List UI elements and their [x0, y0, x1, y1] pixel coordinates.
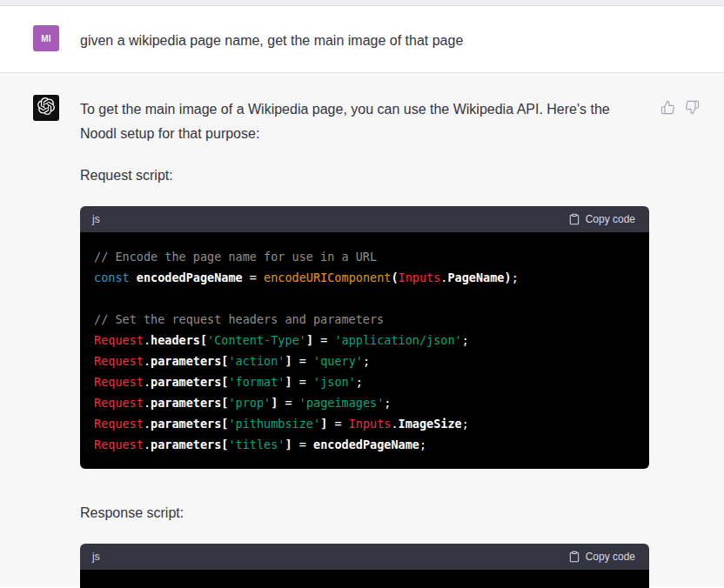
assistant-paragraph-line1: To get the main image of a Wikipedia pag…: [80, 97, 649, 122]
copy-code-label: Copy code: [586, 551, 635, 563]
code-language-label: js: [92, 551, 100, 563]
copy-code-button[interactable]: Copy code: [568, 551, 635, 563]
code-block-header: js Copy code: [80, 206, 649, 232]
copy-code-label: Copy code: [586, 213, 635, 225]
thumbs-down-button[interactable]: [684, 99, 700, 115]
assistant-paragraph-line2: Noodl setup for that purpose:: [80, 122, 649, 146]
user-message-text: given a wikipedia page name, get the mai…: [80, 6, 654, 53]
assistant-avatar: [33, 95, 59, 121]
code-content: [80, 570, 649, 588]
user-avatar: MI: [33, 25, 59, 51]
message-feedback: [660, 99, 700, 115]
assistant-paragraph: To get the main image of a Wikipedia pag…: [80, 73, 649, 146]
openai-logo-icon: [37, 97, 55, 118]
code-block-request: js Copy code // Encode the page name for…: [80, 206, 649, 469]
thumbs-up-button[interactable]: [660, 99, 675, 115]
request-script-label: Request script:: [80, 164, 649, 188]
assistant-message-row: To get the main image of a Wikipedia pag…: [0, 73, 724, 587]
thumbs-down-icon: [685, 100, 700, 115]
previous-message-edge: [0, 0, 724, 6]
clipboard-icon: [568, 213, 580, 225]
code-language-label: js: [92, 213, 100, 225]
copy-code-button[interactable]: Copy code: [568, 213, 635, 225]
code-block-header: js Copy code: [80, 544, 649, 570]
code-block-response: js Copy code: [80, 544, 649, 588]
assistant-content: To get the main image of a Wikipedia pag…: [80, 73, 649, 588]
chat-page: MI given a wikipedia page name, get the …: [0, 0, 724, 588]
code-content: // Encode the page name for use in a URL…: [80, 232, 649, 469]
user-message-row: MI given a wikipedia page name, get the …: [0, 6, 724, 73]
clipboard-icon: [568, 551, 580, 563]
response-script-label: Response script:: [80, 501, 649, 525]
thumbs-up-icon: [660, 100, 675, 115]
